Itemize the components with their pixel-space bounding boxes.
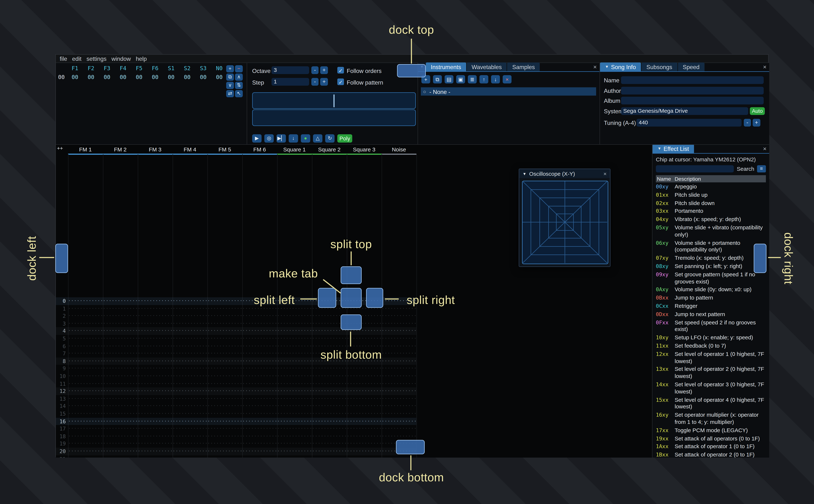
pattern-row-20[interactable]: 20······································…: [56, 448, 417, 455]
pattern-cell-fm-1[interactable]: ············: [68, 297, 103, 305]
pattern-cell-fm-4[interactable]: ············: [172, 425, 207, 433]
poly-button[interactable]: Poly: [337, 134, 352, 143]
pattern-cell-fm-3[interactable]: ············: [138, 372, 172, 380]
pattern-cell-square-3[interactable]: ············: [347, 365, 381, 372]
pattern-cell-fm-3[interactable]: ············: [138, 425, 172, 433]
save-instrument-button[interactable]: ▣: [456, 75, 465, 83]
pattern-cell-square-1[interactable]: ············: [277, 335, 312, 342]
open-instrument-button[interactable]: ▤: [445, 75, 454, 83]
pattern-cell-noise[interactable]: ············: [381, 388, 417, 395]
pattern-row-11[interactable]: 11······································…: [56, 380, 417, 388]
step-decrease-button[interactable]: -: [311, 78, 318, 86]
octave-input[interactable]: 3: [271, 66, 309, 74]
play-from-cursor-button[interactable]: ▶▏: [276, 134, 286, 143]
pattern-cell-fm-3[interactable]: ············: [138, 448, 172, 455]
pattern-cell-fm-2[interactable]: ············: [103, 297, 138, 305]
order-cell-f3[interactable]: 00: [99, 74, 115, 80]
tuning-field[interactable]: 440: [637, 119, 742, 127]
pattern-row-1[interactable]: 1·······································…: [56, 305, 417, 312]
pattern-cell-fm-3[interactable]: ············: [138, 327, 172, 335]
pattern-cell-noise[interactable]: ············: [381, 327, 417, 335]
pattern-cell-fm-5[interactable]: ············: [207, 327, 242, 335]
pattern-cell-square-1[interactable]: ············: [277, 350, 312, 358]
dock-right-target[interactable]: [754, 244, 766, 273]
pattern-cell-fm-5[interactable]: ············: [207, 350, 242, 358]
order-cell-f1[interactable]: 00: [67, 74, 83, 80]
pattern-cell-square-3[interactable]: ············: [347, 372, 381, 380]
pattern-cell-fm-3[interactable]: ············: [138, 440, 172, 448]
pattern-cell-fm-1[interactable]: ············: [68, 365, 103, 372]
dock-bottom-target[interactable]: [396, 440, 425, 454]
pattern-cell-fm-4[interactable]: ············: [172, 327, 207, 335]
pattern-cell-fm-6[interactable]: ············: [242, 372, 277, 380]
pattern-cell-fm-1[interactable]: ············: [68, 320, 103, 327]
pattern-cell-square-1[interactable]: ············: [277, 395, 312, 403]
pattern-cell-fm-6[interactable]: ············: [242, 342, 277, 350]
pattern-cell-fm-5[interactable]: ············: [207, 312, 242, 320]
pattern-cell-fm-2[interactable]: ············: [103, 350, 138, 358]
pattern-cell-square-2[interactable]: ············: [312, 455, 347, 458]
effect-list-menu-button[interactable]: ≡: [757, 165, 766, 172]
oscilloscope-close-button[interactable]: ×: [603, 171, 607, 177]
pattern-cell-square-2[interactable]: ············: [312, 403, 347, 410]
duplicate-order-button[interactable]: ⧉: [226, 74, 234, 81]
pattern-cell-fm-2[interactable]: ············: [103, 448, 138, 455]
menu-item-help[interactable]: help: [136, 55, 147, 62]
pattern-row-4[interactable]: 4·······································…: [56, 327, 417, 335]
move-instrument-down-button[interactable]: ↓: [491, 75, 500, 83]
menu-item-file[interactable]: file: [60, 55, 67, 62]
pattern-cell-square-1[interactable]: ············: [277, 357, 312, 365]
pattern-cell-square-1[interactable]: ············: [277, 440, 312, 448]
pattern-cell-square-3[interactable]: ············: [347, 440, 381, 448]
pattern-cell-fm-1[interactable]: ············: [68, 448, 103, 455]
pattern-cell-fm-5[interactable]: ············: [207, 357, 242, 365]
pattern-row-12[interactable]: 12······································…: [56, 388, 417, 395]
pattern-cell-fm-4[interactable]: ············: [172, 395, 207, 403]
pattern-cell-square-1[interactable]: ············: [277, 455, 312, 458]
pattern-cell-fm-6[interactable]: ············: [242, 327, 277, 335]
pattern-cell-fm-3[interactable]: ············: [138, 418, 172, 425]
album-field[interactable]: [621, 97, 764, 104]
split-top-target[interactable]: [341, 266, 362, 284]
order-cell-f5[interactable]: 00: [131, 74, 147, 80]
pattern-cell-fm-5[interactable]: ············: [207, 418, 242, 425]
channel-header-fm-6[interactable]: FM 6: [242, 146, 277, 153]
pattern-cell-fm-5[interactable]: ············: [207, 395, 242, 403]
pattern-cell-fm-4[interactable]: ············: [172, 342, 207, 350]
channel-header-fm-2[interactable]: FM 2: [103, 146, 138, 153]
pattern-cell-square-1[interactable]: ············: [277, 418, 312, 425]
channel-header-square-2[interactable]: Square 2: [312, 146, 347, 153]
pattern-cell-fm-5[interactable]: ············: [207, 433, 242, 440]
pattern-cell-fm-5[interactable]: ············: [207, 365, 242, 372]
move-order-down-button[interactable]: ∨: [226, 82, 234, 89]
pattern-cell-fm-2[interactable]: ············: [103, 357, 138, 365]
pattern-cell-square-3[interactable]: ············: [347, 418, 381, 425]
channel-header-fm-3[interactable]: FM 3: [138, 146, 172, 153]
pattern-cell-square-2[interactable]: ············: [312, 448, 347, 455]
pattern-cell-fm-5[interactable]: ············: [207, 440, 242, 448]
pattern-cell-fm-1[interactable]: ············: [68, 440, 103, 448]
octave-decrease-button[interactable]: -: [311, 66, 318, 74]
pattern-cell-square-3[interactable]: ············: [347, 433, 381, 440]
pattern-cell-fm-6[interactable]: ············: [242, 418, 277, 425]
system-field[interactable]: Sega Genesis/Mega Drive: [621, 107, 748, 115]
pattern-cell-fm-1[interactable]: ············: [68, 395, 103, 403]
pattern-row-16[interactable]: 16······································…: [56, 418, 417, 425]
pattern-cell-square-1[interactable]: ············: [277, 327, 312, 335]
pattern-cell-square-1[interactable]: ············: [277, 342, 312, 350]
channel-header-square-1[interactable]: Square 1: [277, 146, 312, 153]
pattern-cell-fm-2[interactable]: ············: [103, 433, 138, 440]
pattern-cell-fm-4[interactable]: ············: [172, 350, 207, 358]
pattern-cell-square-2[interactable]: ············: [312, 388, 347, 395]
duplicate-instrument-button[interactable]: ⧉: [433, 75, 442, 83]
pattern-row-10[interactable]: 10······································…: [56, 372, 417, 380]
pattern-cell-fm-1[interactable]: ············: [68, 372, 103, 380]
split-left-target[interactable]: [318, 288, 336, 308]
pattern-cell-fm-6[interactable]: ············: [242, 312, 277, 320]
pattern-cell-fm-5[interactable]: ············: [207, 380, 242, 388]
pattern-cell-fm-4[interactable]: ············: [172, 455, 207, 458]
pattern-cell-noise[interactable]: ············: [381, 410, 417, 418]
pattern-cell-fm-1[interactable]: ············: [68, 357, 103, 365]
pattern-row-13[interactable]: 13······································…: [56, 395, 417, 403]
pattern-cell-square-1[interactable]: ············: [277, 448, 312, 455]
